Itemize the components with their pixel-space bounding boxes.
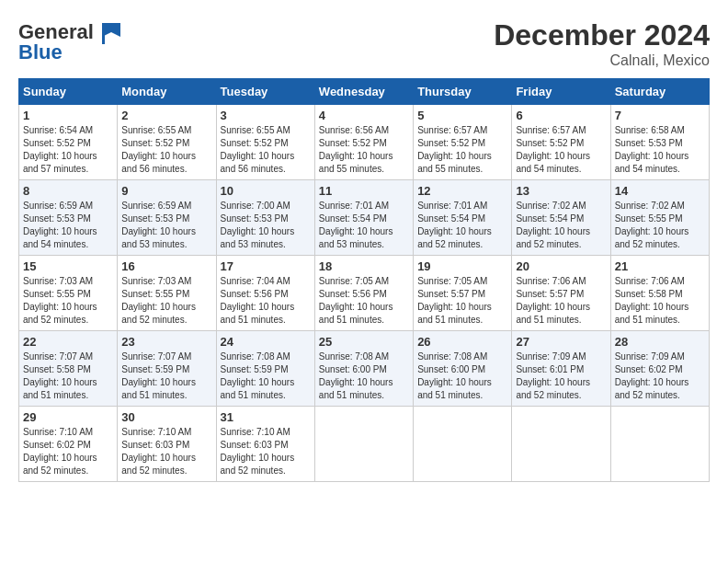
- day-number: 7: [615, 109, 705, 122]
- week-row-5: 29Sunrise: 7:10 AM Sunset: 6:02 PM Dayli…: [19, 407, 710, 482]
- day-info: Sunrise: 7:10 AM Sunset: 6:03 PM Dayligh…: [221, 426, 311, 477]
- day-info: Sunrise: 7:06 AM Sunset: 5:58 PM Dayligh…: [615, 275, 705, 327]
- day-number: 28: [615, 335, 705, 349]
- day-cell: 11Sunrise: 7:01 AM Sunset: 5:54 PM Dayli…: [314, 180, 413, 256]
- day-cell: 6Sunrise: 6:57 AM Sunset: 5:52 PM Daylig…: [512, 105, 610, 180]
- page-header: General Blue December 2024 Calnali, Mexi…: [18, 18, 710, 69]
- day-cell: 16Sunrise: 7:03 AM Sunset: 5:55 PM Dayli…: [118, 256, 216, 331]
- day-number: 9: [121, 184, 211, 198]
- day-cell: [512, 407, 610, 482]
- day-number: 30: [121, 410, 211, 424]
- day-number: 12: [417, 184, 507, 198]
- day-number: 15: [23, 259, 113, 273]
- day-number: 17: [221, 259, 311, 273]
- week-row-4: 22Sunrise: 7:07 AM Sunset: 5:58 PM Dayli…: [19, 331, 710, 407]
- day-number: 29: [23, 410, 113, 424]
- location: Calnali, Mexico: [494, 52, 710, 69]
- day-info: Sunrise: 6:59 AM Sunset: 5:53 PM Dayligh…: [23, 200, 113, 251]
- col-header-saturday: Saturday: [610, 79, 709, 105]
- day-info: Sunrise: 7:09 AM Sunset: 6:01 PM Dayligh…: [516, 350, 606, 402]
- col-header-monday: Monday: [118, 79, 216, 105]
- day-info: Sunrise: 7:10 AM Sunset: 6:02 PM Dayligh…: [23, 426, 113, 477]
- week-row-2: 8Sunrise: 6:59 AM Sunset: 5:53 PM Daylig…: [19, 180, 710, 256]
- day-info: Sunrise: 7:09 AM Sunset: 6:02 PM Dayligh…: [615, 350, 705, 402]
- day-info: Sunrise: 7:08 AM Sunset: 6:00 PM Dayligh…: [417, 350, 507, 402]
- day-info: Sunrise: 7:08 AM Sunset: 6:00 PM Dayligh…: [319, 350, 409, 402]
- day-number: 5: [417, 109, 507, 122]
- day-info: Sunrise: 7:00 AM Sunset: 5:53 PM Dayligh…: [221, 200, 311, 251]
- header-row: SundayMondayTuesdayWednesdayThursdayFrid…: [19, 79, 710, 105]
- day-cell: 19Sunrise: 7:05 AM Sunset: 5:57 PM Dayli…: [414, 256, 512, 331]
- day-number: 24: [221, 335, 311, 349]
- day-cell: 15Sunrise: 7:03 AM Sunset: 5:55 PM Dayli…: [19, 256, 118, 331]
- day-info: Sunrise: 7:04 AM Sunset: 5:56 PM Dayligh…: [221, 275, 311, 327]
- day-info: Sunrise: 7:01 AM Sunset: 5:54 PM Dayligh…: [319, 200, 409, 251]
- day-cell: 17Sunrise: 7:04 AM Sunset: 5:56 PM Dayli…: [216, 256, 314, 331]
- day-number: 2: [121, 109, 211, 122]
- day-cell: 27Sunrise: 7:09 AM Sunset: 6:01 PM Dayli…: [512, 331, 610, 407]
- day-cell: 10Sunrise: 7:00 AM Sunset: 5:53 PM Dayli…: [216, 180, 314, 256]
- day-number: 4: [319, 109, 409, 122]
- day-info: Sunrise: 7:05 AM Sunset: 5:56 PM Dayligh…: [319, 275, 409, 327]
- day-info: Sunrise: 7:07 AM Sunset: 5:59 PM Dayligh…: [121, 350, 211, 402]
- day-info: Sunrise: 7:07 AM Sunset: 5:58 PM Dayligh…: [23, 350, 113, 402]
- day-number: 14: [615, 184, 705, 198]
- day-number: 10: [221, 184, 311, 198]
- col-header-wednesday: Wednesday: [314, 79, 413, 105]
- calendar-table: SundayMondayTuesdayWednesdayThursdayFrid…: [18, 78, 710, 482]
- day-cell: 2Sunrise: 6:55 AM Sunset: 5:52 PM Daylig…: [118, 105, 216, 180]
- day-number: 11: [319, 184, 409, 198]
- day-cell: 4Sunrise: 6:56 AM Sunset: 5:52 PM Daylig…: [314, 105, 413, 180]
- week-row-3: 15Sunrise: 7:03 AM Sunset: 5:55 PM Dayli…: [19, 256, 710, 331]
- day-number: 16: [121, 259, 211, 273]
- day-cell: 18Sunrise: 7:05 AM Sunset: 5:56 PM Dayli…: [314, 256, 413, 331]
- day-info: Sunrise: 6:56 AM Sunset: 5:52 PM Dayligh…: [319, 124, 409, 176]
- day-number: 13: [516, 184, 606, 198]
- day-cell: 30Sunrise: 7:10 AM Sunset: 6:03 PM Dayli…: [118, 407, 216, 482]
- day-cell: 8Sunrise: 6:59 AM Sunset: 5:53 PM Daylig…: [19, 180, 118, 256]
- day-cell: 12Sunrise: 7:01 AM Sunset: 5:54 PM Dayli…: [414, 180, 512, 256]
- day-number: 19: [417, 259, 507, 273]
- day-number: 18: [319, 259, 409, 273]
- day-cell: 13Sunrise: 7:02 AM Sunset: 5:54 PM Dayli…: [512, 180, 610, 256]
- day-cell: 24Sunrise: 7:08 AM Sunset: 5:59 PM Dayli…: [216, 331, 314, 407]
- day-info: Sunrise: 7:02 AM Sunset: 5:54 PM Dayligh…: [516, 200, 606, 251]
- day-number: 1: [23, 109, 113, 122]
- day-number: 27: [516, 335, 606, 349]
- day-info: Sunrise: 7:01 AM Sunset: 5:54 PM Dayligh…: [417, 200, 507, 251]
- day-cell: 23Sunrise: 7:07 AM Sunset: 5:59 PM Dayli…: [118, 331, 216, 407]
- day-info: Sunrise: 7:06 AM Sunset: 5:57 PM Dayligh…: [516, 275, 606, 327]
- day-number: 20: [516, 259, 606, 273]
- day-number: 3: [221, 109, 311, 122]
- day-number: 25: [319, 335, 409, 349]
- day-cell: 25Sunrise: 7:08 AM Sunset: 6:00 PM Dayli…: [314, 331, 413, 407]
- day-info: Sunrise: 7:08 AM Sunset: 5:59 PM Dayligh…: [221, 350, 311, 402]
- col-header-friday: Friday: [512, 79, 610, 105]
- month-title: December 2024: [494, 18, 710, 52]
- day-cell: 28Sunrise: 7:09 AM Sunset: 6:02 PM Dayli…: [610, 331, 709, 407]
- day-info: Sunrise: 7:03 AM Sunset: 5:55 PM Dayligh…: [23, 275, 113, 327]
- day-info: Sunrise: 6:57 AM Sunset: 5:52 PM Dayligh…: [516, 124, 606, 176]
- logo-icon: [97, 18, 125, 46]
- day-info: Sunrise: 6:59 AM Sunset: 5:53 PM Dayligh…: [121, 200, 211, 251]
- day-cell: 1Sunrise: 6:54 AM Sunset: 5:52 PM Daylig…: [19, 105, 118, 180]
- day-info: Sunrise: 7:03 AM Sunset: 5:55 PM Dayligh…: [121, 275, 211, 327]
- day-cell: 20Sunrise: 7:06 AM Sunset: 5:57 PM Dayli…: [512, 256, 610, 331]
- day-number: 26: [417, 335, 507, 349]
- day-cell: 14Sunrise: 7:02 AM Sunset: 5:55 PM Dayli…: [610, 180, 709, 256]
- day-cell: 22Sunrise: 7:07 AM Sunset: 5:58 PM Dayli…: [19, 331, 118, 407]
- day-info: Sunrise: 6:55 AM Sunset: 5:52 PM Dayligh…: [121, 124, 211, 176]
- col-header-sunday: Sunday: [19, 79, 118, 105]
- day-number: 21: [615, 259, 705, 273]
- day-cell: 29Sunrise: 7:10 AM Sunset: 6:02 PM Dayli…: [19, 407, 118, 482]
- day-cell: 9Sunrise: 6:59 AM Sunset: 5:53 PM Daylig…: [118, 180, 216, 256]
- day-number: 6: [516, 109, 606, 122]
- day-info: Sunrise: 6:55 AM Sunset: 5:52 PM Dayligh…: [221, 124, 311, 176]
- logo: General Blue: [18, 18, 125, 64]
- day-cell: [610, 407, 709, 482]
- day-cell: [414, 407, 512, 482]
- col-header-thursday: Thursday: [414, 79, 512, 105]
- title-area: December 2024 Calnali, Mexico: [494, 18, 710, 69]
- day-cell: 5Sunrise: 6:57 AM Sunset: 5:52 PM Daylig…: [414, 105, 512, 180]
- day-number: 23: [121, 335, 211, 349]
